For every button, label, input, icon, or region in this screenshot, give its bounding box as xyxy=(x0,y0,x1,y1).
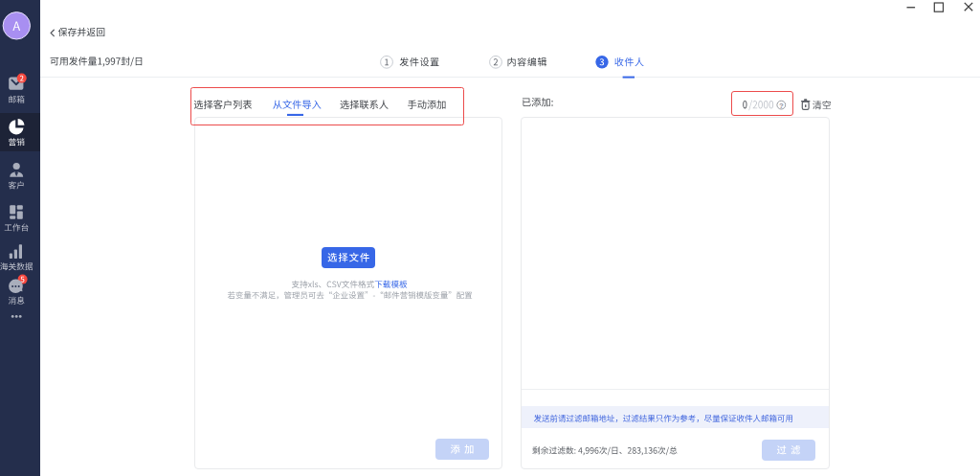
svg-text:?: ? xyxy=(779,102,784,110)
